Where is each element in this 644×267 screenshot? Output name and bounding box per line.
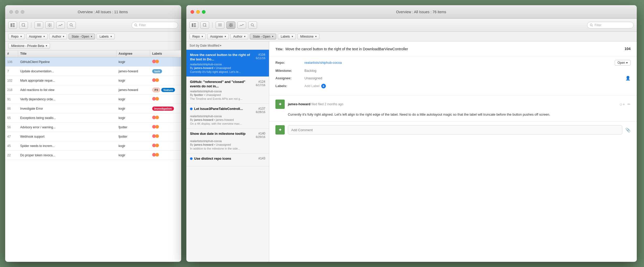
- row-assignee: kogir: [116, 59, 150, 65]
- comment-meta: james-howard filed filed 2 months ago: [288, 102, 616, 106]
- svg-line-16: [136, 26, 137, 26]
- right-repo-chevron: ▾: [202, 35, 203, 38]
- right-zoom-button[interactable]: [248, 22, 257, 29]
- milestone-filter[interactable]: Milestone - Private Beta ▾: [8, 43, 50, 49]
- open-badge[interactable]: Open ▾: [615, 60, 631, 66]
- compose-button[interactable]: [19, 22, 28, 29]
- right-author-filter[interactable]: Author ▾: [230, 34, 248, 39]
- right-grid-view-button[interactable]: [226, 22, 235, 29]
- table-row[interactable]: 45 Spider needs to increm... kogir: [5, 141, 181, 151]
- right-compose-button[interactable]: [200, 22, 209, 29]
- right-state-chevron: ▾: [272, 35, 273, 38]
- maximize-button[interactable]: [21, 10, 24, 14]
- svg-rect-26: [229, 23, 231, 25]
- toggle-icon: [152, 153, 159, 157]
- detail-milestone-label: Milestone:: [275, 69, 301, 73]
- state-filter[interactable]: State - Open ▾: [69, 34, 95, 39]
- assign-person-icon[interactable]: 👤: [625, 76, 631, 81]
- add-label-button[interactable]: Add Label +: [304, 84, 326, 88]
- issue-104-number: #104: [258, 53, 265, 57]
- right-toolbar-divider-1: [212, 23, 213, 28]
- issue-124-date: 6/17/16: [256, 83, 265, 87]
- table-row[interactable]: 7 Update documentation... james-howard t…: [5, 67, 181, 76]
- react-icon[interactable]: ☺+: [619, 102, 625, 106]
- commenter-avatar: ✦: [275, 100, 285, 109]
- issue-item-140[interactable]: Show due date in milestone tooltip #140 …: [186, 129, 269, 153]
- right-close-button[interactable]: [191, 10, 194, 14]
- row-assignee: fpotter: [116, 133, 150, 140]
- right-minimize-button[interactable]: [196, 10, 200, 14]
- table-row[interactable]: 22 Do proper token revoca... kogir: [5, 151, 181, 160]
- table-row[interactable]: 56 Advisory error / warning... fpotter: [5, 123, 181, 132]
- right-filterbar: Repo ▾ Assignee ▾ Author ▾ State - Open …: [186, 32, 637, 41]
- issue-item-137[interactable]: Let Issue3PaneTableControll... #137 6/28…: [186, 104, 269, 129]
- left-search-box[interactable]: Filter: [131, 22, 178, 29]
- issue-140-meta: By james-howard • Unassigned: [190, 143, 265, 146]
- author-filter[interactable]: Author ▾: [49, 34, 67, 39]
- row-title: Exceptions being swallo...: [18, 115, 116, 121]
- assignee-filter[interactable]: Assignee ▾: [26, 34, 48, 39]
- chart-button[interactable]: [56, 22, 65, 29]
- table-row[interactable]: 218 Add reactions to list view james-how…: [5, 85, 181, 95]
- list-view-button[interactable]: [34, 22, 43, 29]
- right-repo-filter[interactable]: Repo ▾: [189, 34, 206, 39]
- row-title: Add reactions to list view: [18, 87, 116, 93]
- table-row[interactable]: 65 Exceptions being swallo... kogir: [5, 113, 181, 123]
- right-labels-chevron: ▾: [292, 35, 293, 38]
- svg-rect-1: [12, 23, 15, 24]
- issue-143-number: #143: [258, 157, 265, 160]
- issue-124-preview: The Timeline and Events APIs are not g..…: [190, 97, 265, 100]
- grid-view-button[interactable]: [45, 22, 54, 29]
- sidebar-toggle-button[interactable]: [8, 22, 17, 29]
- left-toolbar: Filter: [5, 19, 181, 32]
- right-titlebar: Overview : All Issues : 76 items: [186, 5, 637, 19]
- attachment-icon[interactable]: 📎: [625, 128, 631, 132]
- detail-labels-row: Labels: Add Label +: [275, 84, 631, 88]
- detail-milestone-value: Backlog: [304, 69, 316, 73]
- issue-104-preview: Currently it's fully right aligned. Let'…: [190, 70, 265, 73]
- row-number: 91: [5, 96, 18, 103]
- right-search-box[interactable]: Filter: [587, 22, 634, 29]
- table-row[interactable]: 102 Mark appropriate reque... kogir: [5, 76, 181, 85]
- svg-point-13: [70, 24, 72, 26]
- label-investigation: Investigation: [152, 107, 174, 111]
- toolbar-divider-1: [31, 23, 31, 28]
- issue-124-number: #124: [258, 80, 265, 83]
- detail-repo-value[interactable]: realartists/shiphub-cocoa: [304, 61, 342, 65]
- minimize-button[interactable]: [15, 10, 19, 14]
- table-row[interactable]: 91 Verify dependency orde... kogir: [5, 95, 181, 104]
- edit-icon[interactable]: ✏: [627, 102, 631, 106]
- repo-filter[interactable]: Repo ▾: [8, 34, 25, 39]
- row-number: 102: [5, 77, 18, 84]
- right-state-filter[interactable]: State - Open ▾: [250, 34, 276, 39]
- row-title: Verify dependency orde...: [18, 96, 116, 103]
- right-sidebar-toggle[interactable]: [189, 22, 198, 29]
- sort-bar[interactable]: Sort by Date Modified ▾: [186, 41, 269, 50]
- right-toolbar: Filter: [186, 19, 637, 32]
- labels-filter[interactable]: Labels ▾: [97, 34, 114, 39]
- right-milestone-filter[interactable]: Milestone ▾: [297, 34, 319, 39]
- right-assignee-filter[interactable]: Assignee ▾: [207, 34, 229, 39]
- row-assignee: kogir: [116, 143, 150, 149]
- issue-item-124[interactable]: GitHub: "referenced" and "closed" events…: [186, 77, 269, 104]
- row-title: GitHubClient Pipeline: [18, 59, 116, 65]
- table-row[interactable]: 47 Webhook support fpotter: [5, 132, 181, 141]
- right-labels-filter[interactable]: Labels ▾: [278, 34, 296, 39]
- zoom-button[interactable]: [67, 22, 76, 29]
- row-labels: [150, 142, 181, 150]
- svg-point-30: [251, 24, 253, 26]
- issue-item-104[interactable]: Move the cancel button to the right of t…: [186, 50, 269, 77]
- right-list-view-button[interactable]: [216, 22, 224, 29]
- right-maximize-button[interactable]: [202, 10, 206, 14]
- close-button[interactable]: [9, 10, 13, 14]
- row-number: 22: [5, 152, 18, 159]
- svg-rect-0: [11, 23, 12, 27]
- table-row[interactable]: 106 GitHubClient Pipeline kogir: [5, 57, 181, 67]
- row-number: 45: [5, 143, 18, 149]
- issue-137-number: #137: [258, 107, 265, 110]
- right-chart-button[interactable]: [237, 22, 246, 29]
- issue-item-143[interactable]: Use distinct repo icons #143: [186, 153, 269, 166]
- row-assignee: james-howard: [116, 87, 150, 93]
- add-comment-input[interactable]: [288, 125, 622, 135]
- table-row[interactable]: 86 Investigate Error kogir Investigation: [5, 104, 181, 113]
